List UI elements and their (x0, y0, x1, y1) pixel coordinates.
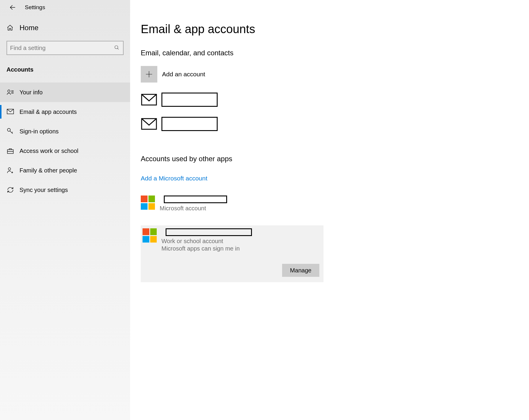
header-row: Settings (0, 0, 130, 15)
redacted-email-2 (161, 117, 218, 131)
ms-account-row-1[interactable]: Microsoft account (141, 194, 323, 214)
redacted-account-2 (166, 228, 252, 236)
add-account-button[interactable]: Add an account (141, 66, 529, 83)
add-account-label: Add an account (162, 71, 205, 78)
email-account-row-2[interactable] (141, 117, 529, 131)
redacted-email-1 (161, 93, 218, 107)
nav-label: Sync your settings (20, 187, 68, 193)
sidebar-item-family[interactable]: Family & other people (0, 161, 130, 180)
search-box[interactable] (7, 41, 124, 55)
sidebar: Settings Home Accounts Your info Email & (0, 0, 130, 420)
nav-label: Your info (20, 89, 43, 96)
people-add-icon (7, 167, 14, 174)
microsoft-logo-icon (143, 228, 157, 243)
mail-icon (7, 108, 14, 116)
svg-point-0 (115, 46, 118, 49)
nav-label: Sign-in options (20, 128, 59, 135)
account-type-label: Work or school account (161, 238, 252, 245)
svg-point-5 (8, 168, 11, 170)
page-title: Email & app accounts (141, 22, 529, 36)
email-account-row-1[interactable] (141, 93, 529, 107)
section-email-header: Email, calendar, and contacts (141, 49, 529, 57)
nav-list: Your info Email & app accounts Sign-in o… (0, 83, 130, 200)
app-title: Settings (25, 4, 45, 11)
back-button[interactable] (6, 1, 19, 14)
nav-label: Family & other people (20, 167, 77, 174)
search-icon (114, 45, 120, 51)
person-card-icon (7, 88, 14, 96)
sidebar-item-sync[interactable]: Sync your settings (0, 180, 130, 200)
home-nav[interactable]: Home (0, 15, 130, 32)
search-container (0, 32, 130, 55)
account-detail-label: Microsoft apps can sign me in (161, 245, 252, 252)
plus-icon (141, 66, 157, 83)
back-arrow-icon (9, 4, 16, 11)
search-input[interactable] (10, 45, 114, 51)
section-other-apps-header: Accounts used by other apps (141, 155, 529, 163)
add-ms-account-link[interactable]: Add a Microsoft account (141, 175, 207, 182)
main-panel: Email & app accounts Email, calendar, an… (130, 0, 529, 420)
sync-icon (7, 186, 14, 194)
account-text: Microsoft account (160, 196, 227, 212)
sidebar-item-work-school[interactable]: Access work or school (0, 141, 130, 161)
briefcase-icon (7, 147, 14, 155)
home-icon (7, 24, 14, 31)
sidebar-item-your-info[interactable]: Your info (0, 83, 130, 102)
mail-icon (141, 94, 157, 106)
sidebar-item-signin-options[interactable]: Sign-in options (0, 122, 130, 141)
redacted-account-1 (164, 196, 227, 203)
home-label: Home (20, 24, 38, 32)
account-text: Work or school account Microsoft apps ca… (161, 228, 252, 252)
sidebar-item-email-accounts[interactable]: Email & app accounts (0, 102, 130, 122)
nav-label: Email & app accounts (20, 109, 77, 115)
ms-account-row-2-selected[interactable]: Work or school account Microsoft apps ca… (141, 225, 323, 282)
mail-icon (141, 118, 157, 130)
microsoft-logo-icon (141, 196, 155, 210)
svg-point-1 (8, 90, 10, 92)
manage-button[interactable]: Manage (282, 264, 319, 277)
key-icon (7, 127, 14, 135)
account-type-label: Microsoft account (160, 205, 227, 212)
section-header: Accounts (0, 55, 130, 76)
nav-label: Access work or school (20, 148, 78, 154)
